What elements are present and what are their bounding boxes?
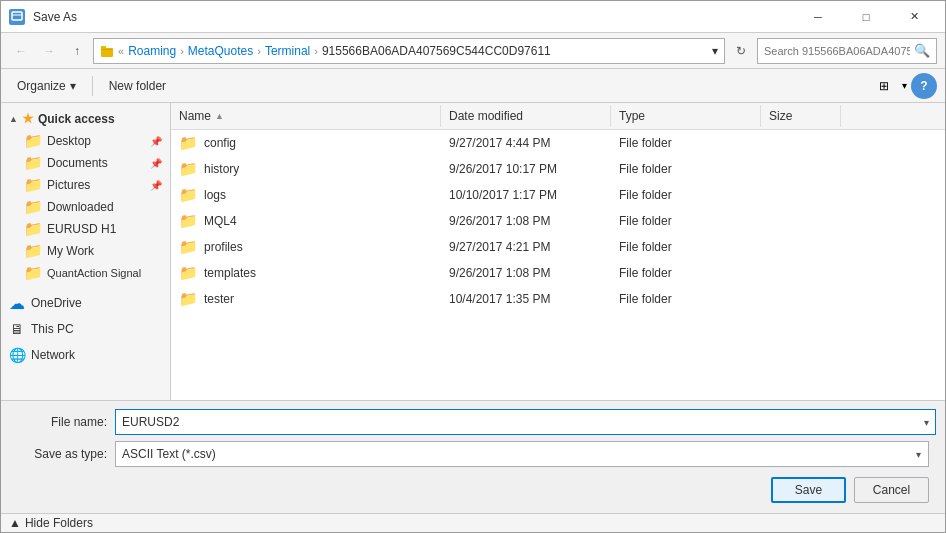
file-type-cell: File folder	[611, 212, 761, 230]
onedrive-label: OneDrive	[31, 296, 82, 310]
col-name-label: Name	[179, 109, 211, 123]
quick-access-star: ★	[22, 111, 34, 126]
desktop-label: Desktop	[47, 134, 91, 148]
file-size-cell	[761, 167, 841, 171]
organize-label: Organize	[17, 79, 66, 93]
path-hash[interactable]: 915566BA06ADA407569C544CC0D97611	[322, 44, 551, 58]
file-folder-icon: 📁	[179, 212, 198, 230]
dialog-icon	[9, 9, 25, 25]
refresh-icon: ↻	[736, 44, 746, 58]
path-separator-1: «	[118, 45, 124, 57]
table-row[interactable]: 📁 tester 10/4/2017 1:35 PM File folder	[171, 286, 945, 312]
col-header-type[interactable]: Type	[611, 105, 761, 127]
forward-icon: →	[43, 44, 55, 58]
new-folder-button[interactable]: New folder	[101, 75, 174, 97]
network-icon: 🌐	[9, 347, 25, 363]
filename-input[interactable]	[115, 409, 936, 435]
back-button[interactable]: ←	[9, 39, 33, 63]
path-dropdown-icon[interactable]: ▾	[712, 44, 718, 58]
file-name-cell: 📁 history	[171, 158, 441, 180]
organize-arrow: ▾	[70, 79, 76, 93]
table-row[interactable]: 📁 config 9/27/2017 4:44 PM File folder	[171, 130, 945, 156]
col-header-name[interactable]: Name ▲	[171, 105, 441, 127]
file-type-cell: File folder	[611, 186, 761, 204]
sidebar-item-network[interactable]: 🌐 Network	[1, 344, 170, 366]
svg-rect-2	[101, 46, 106, 49]
table-row[interactable]: 📁 MQL4 9/26/2017 1:08 PM File folder	[171, 208, 945, 234]
up-icon: ↑	[74, 44, 80, 58]
saveastype-select[interactable]: ASCII Text (*.csv)	[115, 441, 929, 467]
file-name: logs	[204, 188, 226, 202]
documents-pin-icon: 📌	[150, 158, 162, 169]
hide-folders-icon: ▲	[9, 516, 21, 530]
table-row[interactable]: 📁 logs 10/10/2017 1:17 PM File folder	[171, 182, 945, 208]
quick-access-header[interactable]: ▲ ★ Quick access	[1, 107, 170, 130]
view-button[interactable]: ⊞	[870, 73, 898, 99]
filename-label: File name:	[17, 415, 107, 429]
view-icon: ⊞	[879, 79, 889, 93]
forward-button[interactable]: →	[37, 39, 61, 63]
sidebar-item-desktop[interactable]: 📁 Desktop 📌	[1, 130, 170, 152]
file-folder-icon: 📁	[179, 134, 198, 152]
thispc-label: This PC	[31, 322, 74, 336]
desktop-pin-icon: 📌	[150, 136, 162, 147]
col-header-size[interactable]: Size	[761, 105, 841, 127]
file-list-header: Name ▲ Date modified Type Size	[171, 103, 945, 130]
close-button[interactable]: ✕	[891, 5, 937, 29]
sidebar-item-onedrive[interactable]: ☁ OneDrive	[1, 292, 170, 314]
minimize-button[interactable]: ─	[795, 5, 841, 29]
file-name-cell: 📁 tester	[171, 288, 441, 310]
help-button[interactable]: ?	[911, 73, 937, 99]
file-size-cell	[761, 141, 841, 145]
table-row[interactable]: 📁 templates 9/26/2017 1:08 PM File folde…	[171, 260, 945, 286]
path-roaming[interactable]: Roaming	[128, 44, 176, 58]
documents-label: Documents	[47, 156, 108, 170]
save-as-dialog: Save As ─ □ ✕ ← → ↑ « Roaming › MetaQuo	[0, 0, 946, 533]
sidebar-item-eurusd[interactable]: 📁 EURUSD H1	[1, 218, 170, 240]
file-size-cell	[761, 193, 841, 197]
sidebar-item-thispc[interactable]: 🖥 This PC	[1, 318, 170, 340]
maximize-button[interactable]: □	[843, 5, 889, 29]
hide-folders-bar[interactable]: ▲ Hide Folders	[1, 513, 945, 532]
search-box[interactable]: 🔍	[757, 38, 937, 64]
address-path[interactable]: « Roaming › MetaQuotes › Terminal › 9155…	[93, 38, 725, 64]
title-bar: Save As ─ □ ✕	[1, 1, 945, 33]
organize-button[interactable]: Organize ▾	[9, 75, 84, 97]
sidebar-item-mywork[interactable]: 📁 My Work	[1, 240, 170, 262]
thispc-icon: 🖥	[9, 321, 25, 337]
col-header-date[interactable]: Date modified	[441, 105, 611, 127]
search-icon: 🔍	[914, 43, 930, 58]
action-row: Save Cancel	[17, 473, 929, 505]
main-content: ▲ ★ Quick access 📁 Desktop 📌 📁 Documents…	[1, 103, 945, 400]
sidebar: ▲ ★ Quick access 📁 Desktop 📌 📁 Documents…	[1, 103, 171, 400]
file-size-cell	[761, 297, 841, 301]
file-folder-icon: 📁	[179, 186, 198, 204]
address-bar: ← → ↑ « Roaming › MetaQuotes › Terminal …	[1, 33, 945, 69]
sidebar-item-pictures[interactable]: 📁 Pictures 📌	[1, 174, 170, 196]
view-arrow[interactable]: ▾	[902, 80, 907, 91]
col-name-sort: ▲	[215, 111, 224, 121]
sidebar-item-downloaded[interactable]: 📁 Downloaded	[1, 196, 170, 218]
quantaction-label: QuantAction Signal	[47, 267, 141, 279]
file-folder-icon: 📁	[179, 264, 198, 282]
new-folder-label: New folder	[109, 79, 166, 93]
sidebar-item-documents[interactable]: 📁 Documents 📌	[1, 152, 170, 174]
file-name: config	[204, 136, 236, 150]
back-icon: ←	[15, 44, 27, 58]
path-metaquotes[interactable]: MetaQuotes	[188, 44, 253, 58]
up-button[interactable]: ↑	[65, 39, 89, 63]
title-bar-left: Save As	[9, 9, 77, 25]
hide-folders-label: Hide Folders	[25, 516, 93, 530]
path-terminal[interactable]: Terminal	[265, 44, 310, 58]
search-input[interactable]	[764, 45, 910, 57]
file-name-cell: 📁 logs	[171, 184, 441, 206]
refresh-button[interactable]: ↻	[729, 39, 753, 63]
cancel-button[interactable]: Cancel	[854, 477, 929, 503]
quick-access-label: Quick access	[38, 112, 115, 126]
file-name: profiles	[204, 240, 243, 254]
col-date-label: Date modified	[449, 109, 523, 123]
save-button[interactable]: Save	[771, 477, 846, 503]
sidebar-item-quantaction[interactable]: 📁 QuantAction Signal	[1, 262, 170, 284]
table-row[interactable]: 📁 profiles 9/27/2017 4:21 PM File folder	[171, 234, 945, 260]
table-row[interactable]: 📁 history 9/26/2017 10:17 PM File folder	[171, 156, 945, 182]
